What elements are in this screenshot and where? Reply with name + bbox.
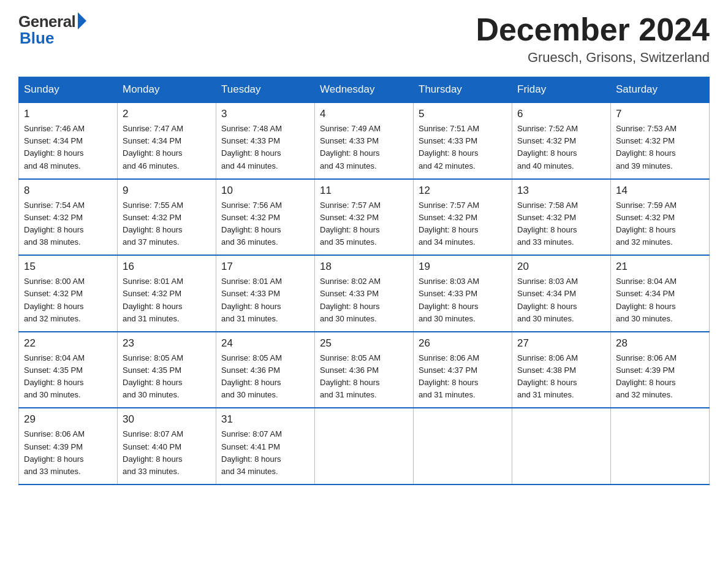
day-number: 8: [24, 185, 112, 197]
header-friday: Friday: [512, 77, 611, 103]
day-info: Sunrise: 7:57 AMSunset: 4:32 PMDaylight:…: [320, 199, 408, 249]
calendar-cell: 5Sunrise: 7:51 AMSunset: 4:33 PMDaylight…: [414, 102, 512, 179]
day-number: 29: [24, 413, 112, 426]
day-info: Sunrise: 8:07 AMSunset: 4:40 PMDaylight:…: [123, 428, 211, 478]
calendar-cell: 24Sunrise: 8:05 AMSunset: 4:36 PMDayligh…: [216, 332, 315, 408]
calendar-cell: 29Sunrise: 8:06 AMSunset: 4:39 PMDayligh…: [19, 408, 118, 484]
day-info: Sunrise: 7:55 AMSunset: 4:32 PMDaylight:…: [123, 199, 211, 249]
day-info: Sunrise: 8:02 AMSunset: 4:33 PMDaylight:…: [320, 275, 408, 325]
day-info: Sunrise: 8:03 AMSunset: 4:34 PMDaylight:…: [517, 275, 605, 325]
day-number: 18: [320, 261, 408, 273]
calendar-cell: 18Sunrise: 8:02 AMSunset: 4:33 PMDayligh…: [315, 255, 414, 332]
calendar-cell: 4Sunrise: 7:49 AMSunset: 4:33 PMDaylight…: [315, 102, 414, 179]
calendar-cell: 7Sunrise: 7:53 AMSunset: 4:32 PMDaylight…: [611, 102, 710, 179]
day-number: 30: [123, 413, 211, 426]
calendar-cell: 25Sunrise: 8:05 AMSunset: 4:36 PMDayligh…: [315, 332, 414, 408]
day-info: Sunrise: 7:48 AMSunset: 4:33 PMDaylight:…: [221, 123, 309, 172]
day-number: 22: [24, 337, 112, 350]
day-info: Sunrise: 8:05 AMSunset: 4:36 PMDaylight:…: [320, 352, 408, 402]
logo-blue-text: Blue: [20, 29, 54, 48]
month-title: December 2024: [476, 12, 710, 47]
day-number: 12: [419, 185, 507, 197]
day-info: Sunrise: 8:01 AMSunset: 4:32 PMDaylight:…: [123, 275, 211, 325]
day-info: Sunrise: 7:46 AMSunset: 4:34 PMDaylight:…: [24, 123, 112, 172]
calendar-cell: 22Sunrise: 8:04 AMSunset: 4:35 PMDayligh…: [19, 332, 118, 408]
day-info: Sunrise: 7:49 AMSunset: 4:33 PMDaylight:…: [320, 123, 408, 172]
header-sunday: Sunday: [19, 77, 118, 103]
day-number: 14: [616, 185, 704, 197]
day-number: 28: [616, 337, 704, 350]
day-info: Sunrise: 8:06 AMSunset: 4:38 PMDaylight:…: [517, 352, 605, 402]
week-row-2: 8Sunrise: 7:54 AMSunset: 4:32 PMDaylight…: [19, 179, 710, 256]
calendar-cell: 16Sunrise: 8:01 AMSunset: 4:32 PMDayligh…: [118, 255, 216, 332]
calendar-table: SundayMondayTuesdayWednesdayThursdayFrid…: [18, 77, 710, 485]
calendar-cell: 23Sunrise: 8:05 AMSunset: 4:35 PMDayligh…: [118, 332, 216, 408]
day-info: Sunrise: 7:58 AMSunset: 4:32 PMDaylight:…: [517, 199, 605, 249]
day-number: 4: [320, 108, 408, 120]
header-monday: Monday: [118, 77, 216, 103]
calendar-cell: 1Sunrise: 7:46 AMSunset: 4:34 PMDaylight…: [19, 102, 118, 179]
calendar-cell: [512, 408, 611, 484]
day-info: Sunrise: 7:47 AMSunset: 4:34 PMDaylight:…: [123, 123, 211, 172]
logo-triangle-icon: [78, 12, 86, 29]
day-number: 27: [517, 337, 605, 350]
calendar-cell: 14Sunrise: 7:59 AMSunset: 4:32 PMDayligh…: [611, 179, 710, 256]
calendar-cell: 13Sunrise: 7:58 AMSunset: 4:32 PMDayligh…: [512, 179, 611, 256]
calendar-cell: 8Sunrise: 7:54 AMSunset: 4:32 PMDaylight…: [19, 179, 118, 256]
calendar-cell: 30Sunrise: 8:07 AMSunset: 4:40 PMDayligh…: [118, 408, 216, 484]
day-number: 6: [517, 108, 605, 120]
day-number: 19: [419, 261, 507, 273]
day-info: Sunrise: 7:51 AMSunset: 4:33 PMDaylight:…: [419, 123, 507, 172]
day-number: 20: [517, 261, 605, 273]
title-section: December 2024 Gruesch, Grisons, Switzerl…: [476, 12, 710, 66]
day-number: 2: [123, 108, 211, 120]
week-row-4: 22Sunrise: 8:04 AMSunset: 4:35 PMDayligh…: [19, 332, 710, 408]
week-row-3: 15Sunrise: 8:00 AMSunset: 4:32 PMDayligh…: [19, 255, 710, 332]
day-info: Sunrise: 8:07 AMSunset: 4:41 PMDaylight:…: [221, 428, 309, 478]
calendar-cell: 12Sunrise: 7:57 AMSunset: 4:32 PMDayligh…: [414, 179, 512, 256]
day-info: Sunrise: 7:53 AMSunset: 4:32 PMDaylight:…: [616, 123, 704, 172]
calendar-cell: [315, 408, 414, 484]
day-info: Sunrise: 8:06 AMSunset: 4:37 PMDaylight:…: [419, 352, 507, 402]
day-info: Sunrise: 8:06 AMSunset: 4:39 PMDaylight:…: [24, 428, 112, 478]
day-number: 31: [221, 413, 309, 426]
calendar-cell: 2Sunrise: 7:47 AMSunset: 4:34 PMDaylight…: [118, 102, 216, 179]
day-number: 13: [517, 185, 605, 197]
day-number: 3: [221, 108, 309, 120]
day-info: Sunrise: 8:04 AMSunset: 4:34 PMDaylight:…: [616, 275, 704, 325]
calendar-cell: 3Sunrise: 7:48 AMSunset: 4:33 PMDaylight…: [216, 102, 315, 179]
calendar-cell: 17Sunrise: 8:01 AMSunset: 4:33 PMDayligh…: [216, 255, 315, 332]
day-info: Sunrise: 7:59 AMSunset: 4:32 PMDaylight:…: [616, 199, 704, 249]
calendar-cell: 9Sunrise: 7:55 AMSunset: 4:32 PMDaylight…: [118, 179, 216, 256]
calendar-cell: [611, 408, 710, 484]
day-info: Sunrise: 8:05 AMSunset: 4:35 PMDaylight:…: [123, 352, 211, 402]
calendar-cell: [414, 408, 512, 484]
calendar-cell: 19Sunrise: 8:03 AMSunset: 4:33 PMDayligh…: [414, 255, 512, 332]
logo: General Blue: [18, 12, 86, 48]
day-number: 21: [616, 261, 704, 273]
day-info: Sunrise: 8:03 AMSunset: 4:33 PMDaylight:…: [419, 275, 507, 325]
week-row-1: 1Sunrise: 7:46 AMSunset: 4:34 PMDaylight…: [19, 102, 710, 179]
day-info: Sunrise: 8:05 AMSunset: 4:36 PMDaylight:…: [221, 352, 309, 402]
calendar-cell: 11Sunrise: 7:57 AMSunset: 4:32 PMDayligh…: [315, 179, 414, 256]
calendar-cell: 27Sunrise: 8:06 AMSunset: 4:38 PMDayligh…: [512, 332, 611, 408]
day-info: Sunrise: 8:01 AMSunset: 4:33 PMDaylight:…: [221, 275, 309, 325]
day-number: 11: [320, 185, 408, 197]
day-number: 26: [419, 337, 507, 350]
day-number: 16: [123, 261, 211, 273]
day-number: 24: [221, 337, 309, 350]
header-tuesday: Tuesday: [216, 77, 315, 103]
location: Gruesch, Grisons, Switzerland: [476, 50, 710, 66]
calendar-cell: 26Sunrise: 8:06 AMSunset: 4:37 PMDayligh…: [414, 332, 512, 408]
day-info: Sunrise: 8:00 AMSunset: 4:32 PMDaylight:…: [24, 275, 112, 325]
calendar-cell: 15Sunrise: 8:00 AMSunset: 4:32 PMDayligh…: [19, 255, 118, 332]
calendar-cell: 10Sunrise: 7:56 AMSunset: 4:32 PMDayligh…: [216, 179, 315, 256]
day-info: Sunrise: 7:56 AMSunset: 4:32 PMDaylight:…: [221, 199, 309, 249]
day-number: 7: [616, 108, 704, 120]
day-info: Sunrise: 7:54 AMSunset: 4:32 PMDaylight:…: [24, 199, 112, 249]
day-number: 25: [320, 337, 408, 350]
day-number: 5: [419, 108, 507, 120]
day-number: 23: [123, 337, 211, 350]
calendar-cell: 6Sunrise: 7:52 AMSunset: 4:32 PMDaylight…: [512, 102, 611, 179]
week-row-5: 29Sunrise: 8:06 AMSunset: 4:39 PMDayligh…: [19, 408, 710, 484]
